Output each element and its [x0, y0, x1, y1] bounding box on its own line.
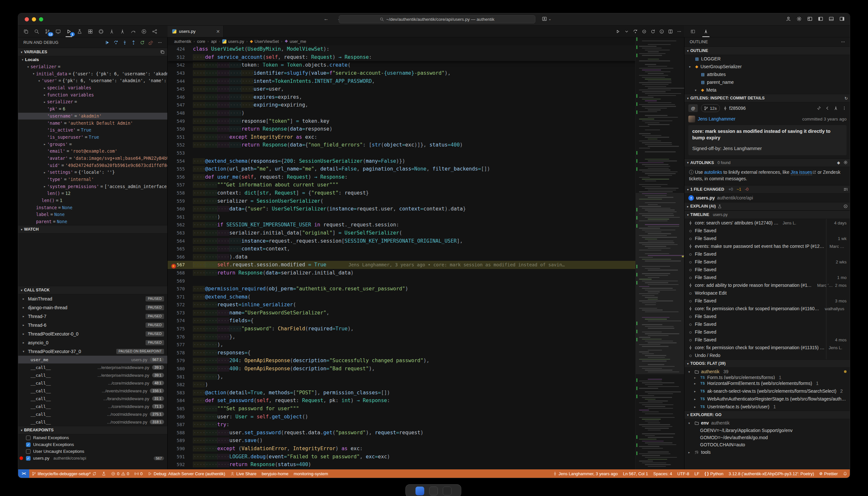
activity-testing[interactable] — [76, 27, 83, 36]
variable-row[interactable]: 'is_active'=True — [18, 127, 167, 134]
variable-row[interactable]: instance=None — [18, 204, 167, 211]
timeline-item[interactable]: core: add ability to provide reason for … — [684, 281, 850, 289]
code-line-554[interactable]: 554····@extend_schema(responses={200: Se… — [168, 157, 635, 165]
breakpoint-row[interactable]: Raised Exceptions — [18, 434, 167, 441]
code-line-584[interactable]: 584····def set_password(self, request: R… — [168, 397, 635, 405]
breadcrumb-UserViewSet[interactable]: ◆UserViewSet — [250, 39, 279, 44]
code-line-590[interactable]: 590········except (ValidationError, Inte… — [168, 445, 635, 453]
code-line-569[interactable]: 569 — [168, 277, 635, 285]
autolink-link[interactable]: Jira issues — [791, 170, 812, 175]
code-line-545[interactable]: 545····················user=user, — [168, 85, 635, 93]
activity-gitlens[interactable] — [108, 27, 115, 36]
statusbar-remote-indicator[interactable]: >< — [18, 469, 29, 478]
tab-close-icon[interactable]: ✕ — [216, 29, 220, 34]
code-line-562[interactable]: 562········if SESSION_KEY_IMPERSONATE_US… — [168, 221, 635, 229]
changed-file-row[interactable]: ± users.py authentik/core/api — [684, 193, 850, 202]
code-line-552[interactable]: 552················return Response(data=… — [168, 141, 635, 149]
statusbar-tasks[interactable] — [99, 469, 108, 478]
file-changed-section-header[interactable]: ▾1 FILE CHANGED +0~1-0 — [684, 185, 850, 193]
outline-item-parent_name[interactable]: ▤parent_name — [684, 78, 850, 86]
code-line-570[interactable]: 570····@permission_required(obj_perm="au… — [168, 285, 635, 293]
gear-icon[interactable] — [796, 16, 802, 21]
activity-extensions[interactable] — [87, 27, 94, 36]
debug-step-into-button[interactable] — [123, 40, 127, 45]
sticky-code-line[interactable]: 512····def service_account(self, request… — [168, 53, 635, 61]
variable-row[interactable]: ▸'system_permissions'=['access_admin_int… — [18, 183, 167, 190]
todo-item[interactable]: ▸TSak-search-select-view.ts (web/src/ele… — [684, 387, 850, 395]
activity-gitlens-inspect[interactable] — [119, 27, 126, 36]
breadcrumb-authentik[interactable]: authentik — [174, 39, 191, 44]
variable-row[interactable]: 'type'='internal' — [18, 176, 167, 183]
record-icon[interactable] — [642, 29, 647, 34]
breadcrumb-users.py[interactable]: users.py — [222, 39, 244, 44]
code-area[interactable]: 542················token: Token = Token.… — [168, 61, 635, 469]
stack-frame-row[interactable]: __call__.../enterprise/middleware.py39:1 — [18, 363, 167, 371]
statusbar-line-blame[interactable]: Jens Langhammer, 3 years ago — [550, 469, 620, 478]
code-line-587[interactable]: 587········try: — [168, 421, 635, 429]
go-tools-row[interactable]: ▸tools — [684, 448, 850, 456]
variable-row[interactable]: 'uid'='49d24724dfa590a20fb5961e9c6673cd1… — [18, 162, 167, 169]
thread-row[interactable]: ▸django-main-threadPAUSED — [18, 303, 167, 312]
secondary-view-gitlens[interactable] — [702, 27, 710, 36]
variable-row[interactable]: len()=12 — [18, 190, 167, 197]
file-stats-icon[interactable] — [843, 187, 848, 192]
code-line-571[interactable]: 571····@extend_schema( — [168, 293, 635, 301]
variable-row[interactable]: len()=1 — [18, 197, 167, 204]
code-line-561[interactable]: 561········) — [168, 213, 635, 221]
code-line-548[interactable]: 548················) — [168, 109, 635, 117]
tab-users-py[interactable]: users.py ✕ — [168, 26, 223, 37]
zoom-window-button[interactable] — [39, 17, 43, 21]
code-line-589[interactable]: 589············user.save() — [168, 437, 635, 445]
stack-frame-row[interactable]: __call__.../core/middleware.py71:1 — [18, 402, 167, 410]
pin-icon[interactable] — [817, 106, 821, 110]
timeline-item[interactable]: events: make sure password set event has… — [684, 242, 850, 250]
timeline-item[interactable]: File Saved1 mo — [684, 274, 850, 281]
debug-more-button[interactable] — [157, 40, 162, 45]
panelR-icon[interactable] — [839, 16, 844, 21]
thread-row[interactable]: ▸Thread-6PAUSED — [18, 321, 167, 329]
gitlens-section-header[interactable]: ▾GITLENS: INSPECT: COMMIT DETAILS ↻ — [684, 94, 850, 102]
outline-item-Meta[interactable]: ▾◆Meta — [684, 86, 850, 94]
code-line-560[interactable]: 560············data={"user": UserSelfSer… — [168, 205, 635, 213]
code-line-556[interactable]: 556····def user_me(self, request: Reques… — [168, 173, 635, 181]
code-line-546[interactable]: 546····················expires=expires, — [168, 93, 635, 101]
timeline-item[interactable]: File Saved3 mos — [684, 297, 850, 305]
outline-more-icon[interactable] — [841, 40, 845, 44]
variable-row[interactable]: ▾initial_data={'user': {'pk': 6, 'userna… — [18, 70, 167, 77]
debug-disconnect-button[interactable] — [149, 40, 153, 45]
variable-row[interactable]: ▸serializer= — [18, 98, 167, 106]
activity-github[interactable] — [97, 27, 105, 36]
go-env-item[interactable]: GOMOD=~/dev/authentik/go.mod — [684, 434, 850, 441]
secondary-view-outline[interactable] — [689, 27, 697, 36]
stack-frame-row[interactable]: __call__.../brands/middleware.py31:1 — [18, 395, 167, 402]
statusbar-encoding[interactable]: UTF-8 — [675, 469, 692, 478]
code-line-579[interactable]: 579············204: OpenApiResponse(desc… — [168, 357, 635, 365]
code-line-572[interactable]: 572········request=inline_serializer( — [168, 301, 635, 309]
statusbar-debug-config[interactable]: Debug: Attach Server Core (authentik) — [145, 469, 228, 478]
activity-source-control[interactable]: 12 — [44, 27, 51, 36]
kebab-icon[interactable] — [842, 106, 847, 110]
go-env-item[interactable]: GOENV=~/Library/Application Support/go/e… — [684, 427, 850, 434]
refresh-icon[interactable]: ↻ — [844, 96, 848, 101]
breakpoint-hit-icon[interactable] — [171, 264, 176, 268]
step-back-icon[interactable] — [633, 29, 638, 34]
autolink-link[interactable]: autolinks — [704, 170, 722, 175]
outline-section-header[interactable]: ▾OUTLINE — [684, 46, 850, 55]
timeline-item[interactable]: File Saved — [684, 227, 850, 234]
code-line-568[interactable]: 568········return Response(data=serializ… — [168, 269, 635, 277]
variable-row[interactable]: ▸'groups'= — [18, 141, 167, 148]
breadcrumb-api[interactable]: api — [211, 39, 216, 44]
code-line-542[interactable]: 542················token: Token = Token.… — [168, 61, 635, 69]
watch-section-header[interactable]: ▾WATCH — [18, 225, 167, 234]
debug-step-out-button[interactable] — [131, 40, 136, 45]
timeline-item[interactable]: File Saved — [684, 266, 850, 274]
code-line-581[interactable]: 581········}, — [168, 373, 635, 381]
timeline-item[interactable]: core: search users' attributes (#12740) … — [684, 219, 850, 227]
variable-row[interactable]: 'username'='akadmin' — [18, 113, 167, 120]
stack-frame-row[interactable]: __call__.../root/middleware.py275:1 — [18, 410, 167, 418]
variables-section-header[interactable]: ▾VARIABLES — [18, 48, 167, 56]
variable-row[interactable]: ▸'settings'={'locale': ''} — [18, 169, 167, 176]
dock-app-3[interactable] — [443, 486, 451, 495]
stack-frame-row[interactable]: __call__.../core/middleware.py48:1 — [18, 379, 167, 387]
code-line-557[interactable]: 557········"""Get information about curr… — [168, 181, 635, 189]
